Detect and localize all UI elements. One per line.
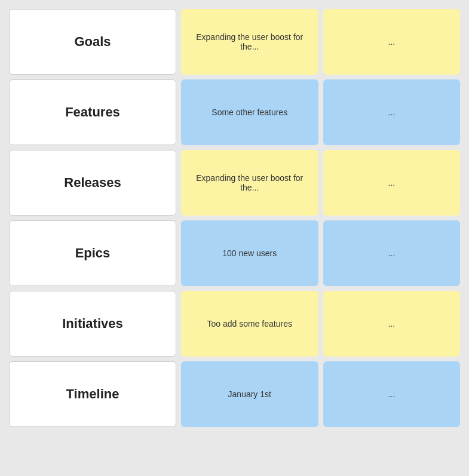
label-timeline: Timeline [9, 361, 176, 427]
label-text-epics: Epics [75, 245, 111, 261]
row-features: FeaturesSome other features... [9, 79, 460, 145]
label-text-goals: Goals [74, 34, 111, 50]
card2-text-releases: ... [388, 178, 395, 188]
label-features: Features [9, 79, 176, 145]
label-text-initiatives: Initiatives [62, 316, 122, 331]
card2-text-timeline: ... [388, 389, 395, 399]
card1-releases[interactable]: Expanding the user boost for the... [181, 150, 318, 216]
card2-initiatives[interactable]: ... [323, 291, 461, 357]
label-epics: Epics [9, 220, 176, 286]
card2-timeline[interactable]: ... [323, 361, 461, 427]
card2-text-initiatives: ... [388, 319, 395, 328]
label-text-releases: Releases [64, 175, 121, 191]
label-releases: Releases [9, 150, 176, 216]
row-initiatives: InitiativesToo add some features... [9, 291, 460, 357]
row-epics: Epics100 new users... [9, 220, 460, 286]
card1-text-goals: Expanding the user boost for the... [188, 32, 311, 51]
card2-features[interactable]: ... [323, 79, 461, 145]
label-text-features: Features [65, 105, 120, 120]
card1-text-timeline: January 1st [228, 389, 271, 399]
main-grid: GoalsExpanding the user boost for the...… [9, 9, 460, 427]
card2-text-features: ... [388, 108, 395, 117]
label-text-timeline: Timeline [66, 386, 119, 402]
label-initiatives: Initiatives [9, 291, 176, 357]
card1-text-features: Some other features [211, 108, 287, 117]
card1-epics[interactable]: 100 new users [181, 220, 318, 286]
card2-text-epics: ... [388, 248, 395, 258]
card2-goals[interactable]: ... [323, 9, 461, 75]
row-releases: ReleasesExpanding the user boost for the… [9, 150, 460, 216]
card2-releases[interactable]: ... [323, 150, 461, 216]
row-goals: GoalsExpanding the user boost for the...… [9, 9, 460, 75]
card1-text-initiatives: Too add some features [207, 319, 292, 328]
card1-goals[interactable]: Expanding the user boost for the... [181, 9, 318, 75]
card2-text-goals: ... [388, 37, 395, 47]
label-goals: Goals [9, 9, 176, 75]
card1-features[interactable]: Some other features [181, 79, 318, 145]
card2-epics[interactable]: ... [323, 220, 461, 286]
card1-text-releases: Expanding the user boost for the... [188, 173, 311, 192]
card1-initiatives[interactable]: Too add some features [181, 291, 318, 357]
card1-timeline[interactable]: January 1st [181, 361, 318, 427]
card1-text-epics: 100 new users [222, 248, 277, 258]
row-timeline: TimelineJanuary 1st... [9, 361, 460, 427]
